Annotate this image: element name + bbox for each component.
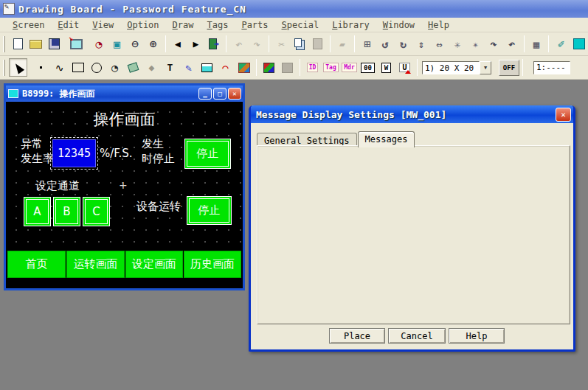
tag-display-icon[interactable] bbox=[322, 58, 340, 77]
redo-icon[interactable] bbox=[248, 35, 266, 53]
zoom-in-icon[interactable] bbox=[144, 35, 162, 53]
new-screen-icon[interactable] bbox=[9, 35, 27, 53]
menu-window[interactable]: Window bbox=[376, 18, 421, 32]
toolbar-grip[interactable] bbox=[3, 36, 5, 52]
help-button[interactable]: Help bbox=[449, 328, 505, 344]
grid-size-value[interactable]: 1) 20 X 20 bbox=[422, 61, 480, 74]
nav-home-button[interactable]: 首页 bbox=[7, 251, 66, 278]
line-tool-icon[interactable] bbox=[50, 58, 69, 77]
flip-horizontal-icon[interactable] bbox=[430, 35, 449, 53]
next-screen-icon[interactable] bbox=[187, 35, 205, 53]
select-tool-icon[interactable] bbox=[9, 58, 27, 77]
menu-option[interactable]: Option bbox=[120, 18, 165, 32]
cancel-button[interactable]: Cancel bbox=[388, 328, 446, 344]
zoom-out-icon[interactable] bbox=[126, 35, 145, 53]
arc-tool-icon[interactable] bbox=[216, 58, 235, 77]
word-icon[interactable] bbox=[377, 58, 395, 77]
screen-icon bbox=[8, 89, 18, 98]
equipment-run-label[interactable]: 设备运转 bbox=[136, 200, 181, 214]
channel-switch-a[interactable]: A bbox=[24, 197, 51, 226]
parts-3d-disabled-icon[interactable] bbox=[278, 58, 297, 77]
marker-tool-icon[interactable] bbox=[179, 58, 198, 77]
menu-draw[interactable]: Draw bbox=[166, 18, 201, 32]
channel-switch-c[interactable]: C bbox=[83, 197, 110, 226]
id-display-icon[interactable] bbox=[303, 58, 322, 77]
tab-messages[interactable]: Messages bbox=[358, 131, 415, 147]
menu-view[interactable]: View bbox=[86, 18, 120, 32]
screen-number-field[interactable]: 1:---- bbox=[533, 61, 570, 74]
menu-screen[interactable]: Screen bbox=[6, 18, 51, 32]
flip-vertical-icon[interactable] bbox=[412, 35, 431, 53]
pattern-image-icon[interactable] bbox=[235, 58, 253, 77]
position-icon[interactable] bbox=[358, 35, 376, 53]
repeat-copy-2-icon[interactable] bbox=[502, 35, 521, 53]
pie-tool-icon[interactable] bbox=[106, 58, 124, 77]
channel-label[interactable]: 设定通道 bbox=[35, 179, 80, 193]
menu-special[interactable]: Special bbox=[275, 18, 326, 32]
nav-setting-screen-button[interactable]: 设定画面 bbox=[125, 251, 183, 278]
polygon-tool-icon[interactable] bbox=[142, 58, 161, 77]
parts-3d-icon[interactable] bbox=[260, 58, 278, 77]
menu-bar: Screen Edit View Option Draw Tags Parts … bbox=[0, 18, 588, 32]
circle-tool-icon[interactable] bbox=[87, 58, 106, 77]
simulator-icon[interactable] bbox=[108, 35, 126, 53]
cut-icon[interactable] bbox=[272, 35, 291, 53]
close-screen-icon[interactable] bbox=[205, 35, 224, 53]
copy-icon[interactable] bbox=[291, 35, 309, 53]
dialog-body: General Settings Messages Direct Browse … bbox=[251, 123, 573, 349]
menu-library[interactable]: Library bbox=[325, 18, 376, 32]
stop-switch-1[interactable]: 停止 bbox=[184, 139, 231, 169]
rotate-left-icon[interactable] bbox=[376, 35, 395, 53]
menu-help[interactable]: Help bbox=[421, 18, 456, 32]
modifier-display-icon[interactable] bbox=[340, 58, 359, 77]
previous-screen-icon[interactable] bbox=[169, 35, 187, 53]
box-tool-icon[interactable] bbox=[69, 58, 87, 77]
dot-tool-icon[interactable] bbox=[32, 58, 50, 77]
stop-when-label[interactable]: 发生 时停止 bbox=[142, 136, 175, 167]
stop-switch-2[interactable]: 停止 bbox=[187, 196, 232, 225]
enlarge-icon[interactable] bbox=[466, 35, 485, 53]
menu-edit[interactable]: Edit bbox=[51, 18, 86, 32]
screen-canvas[interactable]: 操作画面 异常 发生率 12345 %/F.S. 发生 时停止 停止 设定通道 … bbox=[6, 102, 243, 288]
text-tool-icon[interactable] bbox=[161, 58, 179, 77]
rotate-right-icon[interactable] bbox=[394, 35, 412, 53]
draw-pen-icon[interactable] bbox=[552, 35, 570, 53]
place-button[interactable]: Place bbox=[329, 328, 385, 344]
up-mark-icon[interactable] bbox=[395, 58, 414, 77]
dialog-close-icon[interactable]: ✕ bbox=[556, 108, 571, 122]
screen-window-titlebar: B8999: 操作画面 ▁ □ ✕ bbox=[6, 86, 243, 102]
abnormal-rate-label[interactable]: 异常 发生率 bbox=[21, 136, 54, 167]
color-box-icon[interactable] bbox=[570, 35, 588, 53]
paint-tool-icon[interactable] bbox=[124, 58, 142, 77]
grid-setting-icon[interactable] bbox=[528, 35, 546, 53]
open-file-icon[interactable] bbox=[27, 35, 45, 53]
paste-icon[interactable] bbox=[308, 35, 327, 53]
menu-parts[interactable]: Parts bbox=[235, 18, 274, 32]
off-state-button[interactable]: OFF bbox=[499, 60, 519, 76]
char-count-icon[interactable] bbox=[359, 58, 377, 77]
menu-tags[interactable]: Tags bbox=[200, 18, 235, 32]
transfer-icon[interactable] bbox=[67, 35, 86, 53]
nav-history-screen-button[interactable]: 历史画面 bbox=[184, 251, 241, 278]
app-window: Drawing Board - Password Feature_CN Scre… bbox=[0, 0, 588, 390]
channel-switch-b[interactable]: B bbox=[53, 197, 80, 226]
minimize-button[interactable]: ▁ bbox=[198, 88, 212, 100]
canvas-title[interactable]: 操作画面 bbox=[94, 109, 156, 130]
eraser-icon[interactable] bbox=[333, 35, 352, 53]
workspace: B8999: 操作画面 ▁ □ ✕ 操作画面 异常 发生率 12345 %/F.… bbox=[0, 80, 588, 390]
toolbar-grip-2[interactable] bbox=[3, 60, 5, 76]
repeat-copy-icon[interactable] bbox=[485, 35, 503, 53]
undo-icon[interactable] bbox=[229, 35, 248, 53]
close-button[interactable]: ✕ bbox=[228, 88, 241, 100]
screen-block-icon[interactable] bbox=[198, 58, 216, 77]
maximize-button[interactable]: □ bbox=[213, 88, 226, 100]
shrink-icon[interactable] bbox=[449, 35, 467, 53]
unit-label[interactable]: %/F.S. bbox=[100, 147, 133, 160]
error-check-icon[interactable] bbox=[90, 35, 108, 53]
message-display-dialog: Message Display Settings [MW_001] ✕ Gene… bbox=[249, 105, 575, 352]
nav-run-screen-button[interactable]: 运转画面 bbox=[66, 251, 125, 278]
grid-size-select[interactable]: 1) 20 X 20 ▼ bbox=[422, 61, 491, 74]
chevron-down-icon[interactable]: ▼ bbox=[480, 61, 491, 74]
numeric-display[interactable]: 12345 bbox=[52, 139, 96, 167]
save-file-icon[interactable] bbox=[45, 35, 63, 53]
